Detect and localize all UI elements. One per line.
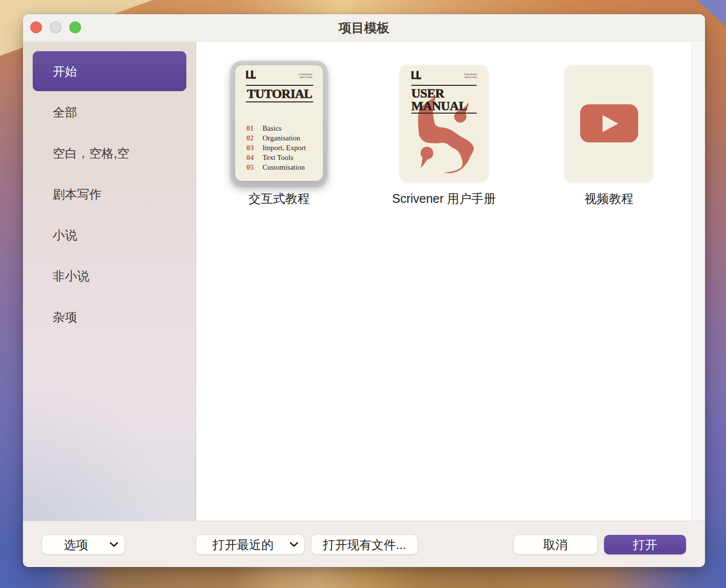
tutorial-cover: Literature and Latte TUTORIAL 01Basics 0… — [235, 65, 323, 181]
gallery-scrollbar-gutter[interactable] — [692, 42, 705, 521]
sidebar-item-label: 全部 — [53, 104, 77, 120]
user-manual-cover-title: USER MANUAL — [411, 85, 477, 113]
chevron-down-icon — [290, 542, 298, 547]
literature-latte-logo-icon — [246, 70, 256, 79]
open-recent-label: 打开最近的 — [213, 537, 274, 553]
literature-latte-logo-icon — [411, 71, 422, 79]
sidebar-item-nonfiction[interactable]: 非小说 — [33, 256, 186, 296]
sidebar-item-label: 剧本写作 — [53, 186, 101, 202]
sidebar-item-blank[interactable]: 空白，空格,空 — [33, 133, 186, 173]
cancel-label: 取消 — [544, 537, 568, 553]
tutorial-toc: 01Basics 02Organisation 03Import, Export… — [246, 124, 306, 172]
template-cell-videos: 视频教程 — [526, 65, 691, 206]
category-sidebar: 开始 全部 空白，空格,空 剧本写作 小说 非小说 杂项 — [23, 42, 196, 521]
literature-latte-name: Literature and Latte — [464, 73, 477, 78]
sidebar-item-fiction[interactable]: 小说 — [33, 215, 186, 255]
minimize-button — [50, 21, 61, 33]
user-manual-cover-rule — [411, 113, 477, 114]
template-name-tutorial: 交互式教程 — [249, 191, 310, 206]
open-existing-label: 打开现有文件... — [323, 537, 406, 553]
sidebar-item-getting-started[interactable]: 开始 — [33, 51, 186, 91]
traffic-lights — [30, 21, 81, 33]
tutorial-cover-title: TUTORIAL — [246, 85, 313, 102]
youtube-play-icon — [565, 65, 653, 181]
sidebar-item-label: 非小说 — [53, 268, 89, 284]
titlebar[interactable]: 项目模板 — [23, 14, 705, 41]
zoom-button[interactable] — [69, 21, 81, 33]
sidebar-item-scriptwriting[interactable]: 剧本写作 — [33, 174, 186, 214]
template-name-videos: 视频教程 — [585, 191, 633, 206]
cancel-button[interactable]: 取消 — [514, 535, 597, 554]
sidebar-item-label: 空白，空格,空 — [53, 145, 129, 161]
scrivener-s-icon — [400, 65, 488, 181]
template-card-tutorial[interactable]: Literature and Latte TUTORIAL 01Basics 0… — [235, 65, 323, 181]
template-gallery: Literature and Latte TUTORIAL 01Basics 0… — [197, 42, 705, 521]
sidebar-item-all[interactable]: 全部 — [33, 92, 186, 132]
template-card-user-manual[interactable]: Literature and Latte USER MANUAL — [400, 65, 488, 181]
sidebar-item-label: 小说 — [53, 227, 77, 243]
video-cover — [565, 65, 653, 181]
open-label: 打开 — [633, 537, 657, 553]
template-cell-user-manual: Literature and Latte USER MANUAL Scriven… — [362, 65, 526, 206]
sidebar-item-label: 开始 — [53, 63, 77, 79]
sidebar-item-label: 杂项 — [53, 309, 77, 325]
template-card-videos[interactable] — [565, 65, 653, 181]
close-button[interactable] — [30, 21, 42, 33]
project-templates-window: 项目模板 开始 全部 空白，空格,空 剧本写作 小说 非小说 杂项 — [23, 14, 705, 567]
open-button[interactable]: 打开 — [604, 535, 686, 554]
window-title: 项目模板 — [23, 14, 705, 41]
user-manual-cover: Literature and Latte USER MANUAL — [400, 65, 488, 181]
template-cell-tutorial: Literature and Latte TUTORIAL 01Basics 0… — [197, 65, 362, 206]
footer-bar: 选项 打开最近的 打开现有文件... 取消 打开 — [23, 521, 705, 567]
options-label: 选项 — [64, 537, 88, 553]
open-recent-dropdown-button[interactable]: 打开最近的 — [196, 535, 304, 554]
sidebar-item-misc[interactable]: 杂项 — [33, 297, 186, 337]
category-list: 开始 全部 空白，空格,空 剧本写作 小说 非小说 杂项 — [23, 42, 196, 337]
template-name-user-manual: Scrivener 用户手册 — [392, 191, 496, 206]
template-row: Literature and Latte TUTORIAL 01Basics 0… — [197, 65, 691, 206]
chevron-down-icon — [110, 542, 118, 547]
literature-latte-name: Literature and Latte — [299, 73, 312, 78]
open-existing-file-button[interactable]: 打开现有文件... — [311, 535, 418, 554]
options-dropdown-button[interactable]: 选项 — [42, 535, 124, 554]
